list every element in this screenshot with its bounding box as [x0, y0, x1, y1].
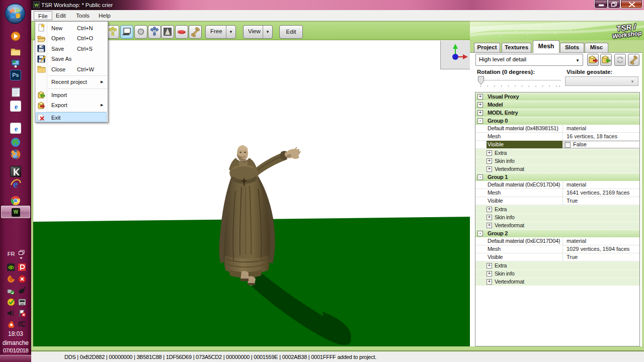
svg-text:e: e [15, 103, 18, 111]
svg-text:e: e [15, 125, 18, 133]
